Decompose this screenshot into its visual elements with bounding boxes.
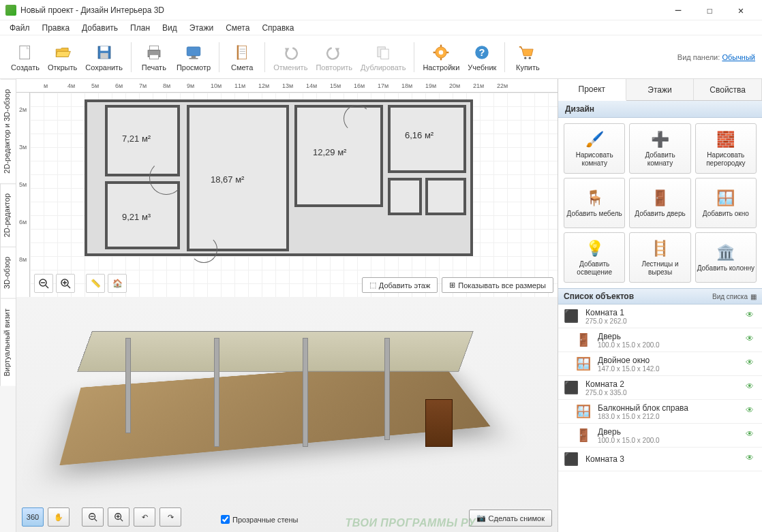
zoom-out-button[interactable] (34, 274, 53, 293)
toolbar-redo-button: Повторить (311, 38, 356, 76)
sidebar: ПроектЭтажиСвойства Дизайн 🖌️Нарисовать … (558, 79, 762, 532)
close-button[interactable]: ✕ (725, 0, 757, 20)
rotate-360-button[interactable]: 360 (22, 507, 44, 527)
design-button-1[interactable]: ➕Добавить комнату (629, 123, 690, 174)
list-icon: ▦ (750, 293, 757, 300)
menu-План[interactable]: План (125, 22, 155, 34)
svg-point-18 (439, 50, 444, 54)
design-button-5[interactable]: 🪟Добавить окно (695, 178, 757, 228)
room-label: 12,29 м² (313, 147, 346, 157)
visibility-toggle[interactable]: 👁 (746, 381, 758, 394)
design-button-2[interactable]: 🧱Нарисовать перегородку (695, 123, 757, 174)
object-row[interactable]: ⬛Комната 1275.0 x 262.0👁 (558, 304, 762, 328)
settings-icon (431, 43, 451, 62)
design-button-8[interactable]: 🏛️Добавить колонну (695, 232, 757, 283)
visibility-toggle[interactable]: 👁 (746, 405, 758, 418)
window-icon: 🪟 (575, 355, 592, 373)
menu-Правка[interactable]: Правка (37, 22, 76, 34)
vtab-0[interactable]: 2D-редактор и 3D-обзор (0, 79, 16, 183)
toolbar-settings-button[interactable]: Настройки (418, 38, 463, 76)
rotate-left-button[interactable]: ↶ (134, 507, 155, 527)
design-grid: 🖌️Нарисовать комнату➕Добавить комнату🧱На… (558, 118, 762, 288)
toolbar-buy-button[interactable]: Купить (509, 38, 546, 76)
floorplan: 7,21 м² 18,67 м² 12,29 м² 6,16 м² 9,21 м… (85, 99, 480, 263)
object-row[interactable]: ⬛Комната 2275.0 x 335.0👁 (558, 376, 762, 400)
menu-Справка[interactable]: Справка (256, 22, 299, 34)
zoom-out-3d-button[interactable] (82, 507, 104, 527)
sidebar-tab-Свойства[interactable]: Свойства (694, 79, 762, 100)
toolbar-print-button[interactable]: Печать (136, 38, 172, 76)
svg-rect-10 (238, 46, 247, 59)
pan-button[interactable]: ✋ (48, 507, 70, 527)
undo-icon (281, 43, 300, 62)
svg-rect-3 (100, 52, 108, 58)
panel-mode-link[interactable]: Обычный (722, 53, 755, 61)
design-button-3[interactable]: 🪑Добавить мебель (564, 178, 625, 228)
visibility-toggle[interactable]: 👁 (746, 453, 758, 465)
save-icon (95, 43, 114, 62)
menu-Вид[interactable]: Вид (157, 22, 183, 34)
ruler-horizontal: м4м5м6м7м8м9м10м11м12м13м14м15м16м17м18м… (16, 79, 558, 93)
object-row[interactable]: 🚪Дверь100.0 x 15.0 x 200.0👁 (558, 424, 762, 448)
object-list: ⬛Комната 1275.0 x 262.0👁🚪Дверь100.0 x 15… (558, 304, 762, 532)
minimize-button[interactable]: ─ (662, 0, 694, 20)
home-button[interactable]: 🏠 (108, 274, 127, 293)
view-2d[interactable]: 2м3м5м6м8м 7,21 м² 18,67 м² 12,29 м² 6,1… (16, 93, 558, 297)
sidebar-tab-Проект[interactable]: Проект (558, 79, 626, 101)
zoom-in-button[interactable] (56, 274, 75, 293)
transparent-walls-checkbox[interactable]: Прозрачные стены (221, 515, 298, 524)
design-header: Дизайн (558, 101, 762, 118)
room-icon: ⬛ (562, 450, 580, 468)
toolbar-open-button[interactable]: Открыть (44, 38, 81, 76)
rotate-right-button[interactable]: ↷ (159, 507, 181, 527)
visibility-toggle[interactable]: 👁 (746, 358, 758, 370)
menu-Этажи[interactable]: Этажи (184, 22, 219, 34)
zoom-in-3d-button[interactable] (108, 507, 129, 527)
ruler-button[interactable]: 📏 (86, 274, 105, 293)
menu-Смета[interactable]: Смета (220, 22, 255, 34)
object-row[interactable]: 🚪Дверь100.0 x 15.0 x 200.0👁 (558, 328, 762, 352)
design-button-6[interactable]: 💡Добавить освещение (564, 232, 625, 283)
design-button-4[interactable]: 🚪Добавить дверь (629, 178, 690, 228)
menu-Добавить[interactable]: Добавить (76, 22, 123, 34)
panel-mode: Вид панели: Обычный (677, 53, 755, 61)
svg-rect-7 (187, 46, 200, 55)
svg-line-28 (46, 285, 48, 288)
door-icon: 🚪 (575, 331, 592, 349)
show-dimensions-button[interactable]: ⊞Показывать все размеры (442, 277, 553, 293)
add-floor-button[interactable]: ⬚Добавить этаж (362, 277, 438, 293)
object-row[interactable]: 🪟Двойное окно147.0 x 15.0 x 142.0👁 (558, 352, 762, 376)
room-label: 18,67 м² (211, 174, 244, 185)
watermark: ТВОИ ПРОГРАММЫ РУ (346, 517, 476, 529)
window-icon: 🪟 (575, 403, 592, 420)
layers-icon: ⬚ (369, 281, 376, 290)
toolbar-estimate-button[interactable]: Смета (224, 38, 260, 76)
design-button-7[interactable]: 🪜Лестницы и вырезы (629, 232, 690, 283)
room-label: 9,21 м³ (122, 212, 151, 222)
vtab-3[interactable]: Виртуальный визит (0, 298, 16, 386)
visibility-toggle[interactable]: 👁 (746, 334, 758, 346)
viewmode-toggle[interactable]: Вид списка ▦ (712, 293, 757, 300)
toolbar-save-button[interactable]: Сохранить (81, 38, 127, 76)
view-3d[interactable]: 360 ✋ ↶ ↷ Прозрачные стены 📷Сделать сним… (16, 297, 558, 532)
create-icon (16, 43, 35, 62)
render-3d (44, 304, 507, 495)
maximize-button[interactable]: ☐ (694, 0, 725, 20)
toolbar-create-button[interactable]: Создать (7, 38, 44, 76)
vtab-2[interactable]: 3D-обзор (0, 247, 16, 298)
help-icon: ? (472, 43, 491, 62)
snapshot-button[interactable]: 📷Сделать снимок (469, 510, 552, 527)
visibility-toggle[interactable]: 👁 (746, 429, 758, 441)
toolbar-help-button[interactable]: ?Учебник (463, 38, 500, 76)
canvas-2d[interactable]: 7,21 м² 18,67 м² 12,29 м² 6,16 м² 9,21 м… (30, 93, 558, 297)
room-icon: ⬛ (562, 307, 580, 325)
svg-rect-2 (100, 46, 108, 51)
design-button-0[interactable]: 🖌️Нарисовать комнату (564, 123, 625, 174)
object-row[interactable]: ⬛Комната 3👁 (558, 448, 762, 471)
menu-Файл[interactable]: Файл (4, 22, 35, 34)
object-row[interactable]: 🪟Балконный блок справа183.0 x 15.0 x 212… (558, 400, 762, 424)
sidebar-tab-Этажи[interactable]: Этажи (626, 79, 695, 100)
toolbar-preview-button[interactable]: Просмотр (172, 38, 215, 76)
visibility-toggle[interactable]: 👁 (746, 310, 758, 322)
vtab-1[interactable]: 2D-редактор (0, 183, 16, 247)
